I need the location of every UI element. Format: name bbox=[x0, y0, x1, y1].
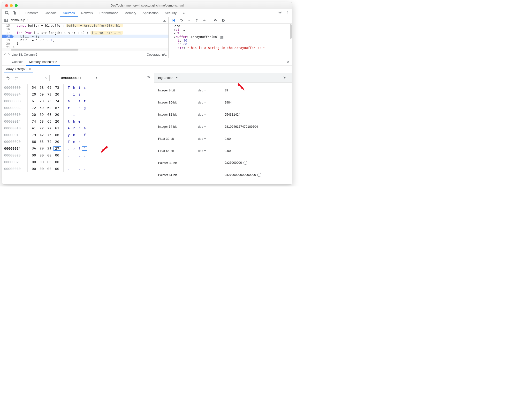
tab-console[interactable]: Console bbox=[42, 9, 60, 17]
hex-ascii-char[interactable] bbox=[82, 92, 87, 96]
navigator-toggle-icon[interactable] bbox=[3, 17, 9, 24]
hex-byte[interactable]: 72 bbox=[46, 126, 53, 130]
hex-ascii-char[interactable]: T bbox=[66, 86, 71, 89]
hex-byte[interactable]: 72 bbox=[30, 106, 38, 110]
hex-grid[interactable]: 0000000054686973This0000000420697320 is … bbox=[2, 83, 154, 184]
hex-ascii-char[interactable]: . bbox=[66, 153, 71, 157]
hex-byte[interactable]: 00 bbox=[38, 167, 46, 171]
hex-byte[interactable]: 73 bbox=[46, 99, 53, 103]
hex-ascii-char[interactable]: a bbox=[66, 99, 71, 103]
hex-byte[interactable]: 27 bbox=[53, 146, 61, 151]
hex-row[interactable]: 0000001C79427566yBuf bbox=[4, 132, 152, 138]
hex-ascii-char[interactable]: . bbox=[77, 160, 82, 164]
hex-row[interactable]: 0000001020696E20 in bbox=[4, 111, 152, 118]
horizontal-scrollbar[interactable] bbox=[2, 48, 168, 51]
step-into-icon[interactable] bbox=[186, 17, 192, 24]
hex-ascii-char[interactable]: s bbox=[77, 99, 82, 103]
hex-byte[interactable]: 67 bbox=[53, 106, 61, 110]
deactivate-breakpoints-icon[interactable] bbox=[212, 17, 219, 24]
hex-byte[interactable]: 75 bbox=[46, 133, 53, 137]
hex-ascii-char[interactable]: B bbox=[71, 133, 77, 137]
hex-byte[interactable]: 72 bbox=[38, 126, 46, 130]
hex-row[interactable]: 0000002800000000.... bbox=[4, 152, 152, 159]
hex-ascii-char[interactable]: e bbox=[71, 140, 77, 144]
hex-byte[interactable]: 00 bbox=[53, 167, 61, 171]
tab-sources[interactable]: Sources bbox=[60, 9, 78, 17]
hex-byte[interactable]: 20 bbox=[53, 140, 61, 144]
hex-byte[interactable]: 61 bbox=[53, 126, 61, 130]
hex-byte[interactable]: 00 bbox=[46, 153, 53, 157]
hex-byte[interactable]: 65 bbox=[38, 140, 46, 144]
hex-ascii-char[interactable]: . bbox=[66, 167, 71, 171]
prev-page-icon[interactable] bbox=[43, 74, 49, 81]
hex-ascii-char[interactable]: . bbox=[77, 153, 82, 157]
scrollbar-thumb[interactable] bbox=[11, 49, 78, 51]
hex-ascii-char[interactable]: i bbox=[71, 92, 77, 96]
scope-variable[interactable]: buffer: ArrayBuffer(60) bbox=[170, 35, 291, 39]
hex-ascii-char[interactable] bbox=[82, 113, 87, 117]
hex-ascii-char[interactable]: . bbox=[71, 160, 77, 164]
hex-byte[interactable]: 69 bbox=[38, 92, 46, 96]
scrollbar-thumb[interactable] bbox=[290, 24, 292, 39]
hex-byte[interactable]: 61 bbox=[30, 99, 38, 103]
file-tab-demo-js[interactable]: demo-js.js × bbox=[9, 17, 30, 24]
hex-ascii-char[interactable]: . bbox=[82, 160, 87, 164]
hex-ascii-char[interactable]: i bbox=[71, 106, 77, 110]
tab-elements[interactable]: Elements bbox=[22, 9, 41, 17]
hex-row[interactable]: 0000001841727261Arra bbox=[4, 125, 152, 132]
step-icon[interactable] bbox=[201, 17, 208, 24]
hex-ascii-char[interactable]: g bbox=[82, 106, 87, 110]
hex-ascii-char[interactable]: n bbox=[77, 106, 82, 110]
settings-icon[interactable] bbox=[277, 9, 283, 16]
tab-memory[interactable]: Memory bbox=[122, 9, 139, 17]
hex-byte[interactable]: 68 bbox=[38, 119, 46, 123]
hex-ascii-char[interactable]: A bbox=[66, 126, 71, 130]
debugger-sidebar-toggle-icon[interactable] bbox=[162, 17, 167, 24]
hex-ascii-char[interactable]: . bbox=[82, 167, 87, 171]
hex-byte[interactable]: 21 bbox=[46, 146, 53, 151]
pause-on-exceptions-icon[interactable] bbox=[220, 17, 227, 24]
buffer-tab[interactable]: ArrayBuffer(60) × bbox=[4, 66, 33, 73]
drawer-more-icon[interactable] bbox=[3, 59, 9, 65]
hex-byte[interactable]: 54 bbox=[30, 86, 38, 89]
close-drawer-icon[interactable] bbox=[285, 59, 291, 65]
hex-ascii-char[interactable]: h bbox=[71, 119, 77, 123]
hex-byte[interactable]: 65 bbox=[46, 119, 53, 123]
value-format-select[interactable]: dec bbox=[198, 101, 225, 104]
hex-byte[interactable]: 3A bbox=[30, 146, 38, 151]
refresh-icon[interactable] bbox=[145, 74, 152, 81]
hex-ascii-char[interactable] bbox=[82, 119, 87, 123]
hex-row[interactable]: 0000000861207374a st bbox=[4, 98, 152, 104]
hex-byte[interactable]: 00 bbox=[38, 160, 46, 164]
tab-application[interactable]: Application bbox=[140, 9, 161, 17]
hex-byte[interactable]: 20 bbox=[53, 113, 61, 117]
jump-to-address-icon[interactable] bbox=[257, 173, 261, 177]
hex-byte[interactable]: 41 bbox=[30, 126, 38, 130]
hex-byte[interactable]: 66 bbox=[30, 140, 38, 144]
hex-byte[interactable]: 6E bbox=[46, 106, 53, 110]
hex-byte[interactable]: 68 bbox=[38, 86, 46, 89]
scope-variable[interactable]: b1: … bbox=[170, 28, 291, 31]
pretty-print-icon[interactable]: { } bbox=[4, 53, 10, 56]
close-icon[interactable]: × bbox=[29, 66, 31, 73]
hex-ascii-char[interactable]: s bbox=[77, 92, 82, 96]
hex-byte[interactable]: 20 bbox=[53, 92, 61, 96]
hex-byte[interactable]: 00 bbox=[30, 167, 38, 171]
hex-ascii-char[interactable]: n bbox=[77, 113, 82, 117]
interpreter-settings-icon[interactable] bbox=[281, 74, 288, 81]
scope-variable[interactable]: i: 40 bbox=[170, 39, 291, 42]
hex-row[interactable]: 0000000054686973This bbox=[4, 84, 152, 91]
hex-byte[interactable]: 74 bbox=[53, 99, 61, 103]
drawer-tab-console[interactable]: Console bbox=[9, 58, 26, 66]
drawer-tab-memory-inspector[interactable]: Memory Inspector × bbox=[26, 58, 60, 66]
hex-ascii-char[interactable] bbox=[82, 140, 87, 144]
hex-ascii-char[interactable]: ! bbox=[77, 146, 82, 151]
tab-network[interactable]: Network bbox=[78, 9, 96, 17]
code-line[interactable]: 19 b2[i] = n - i - 1; bbox=[2, 38, 168, 42]
hex-ascii-char[interactable]: s bbox=[82, 86, 87, 89]
close-icon[interactable]: × bbox=[27, 18, 29, 22]
hex-row[interactable]: 0000003000000000.... bbox=[4, 165, 152, 172]
device-toolbar-icon[interactable] bbox=[11, 9, 18, 16]
resume-icon[interactable] bbox=[170, 17, 177, 24]
more-icon[interactable] bbox=[284, 9, 291, 16]
